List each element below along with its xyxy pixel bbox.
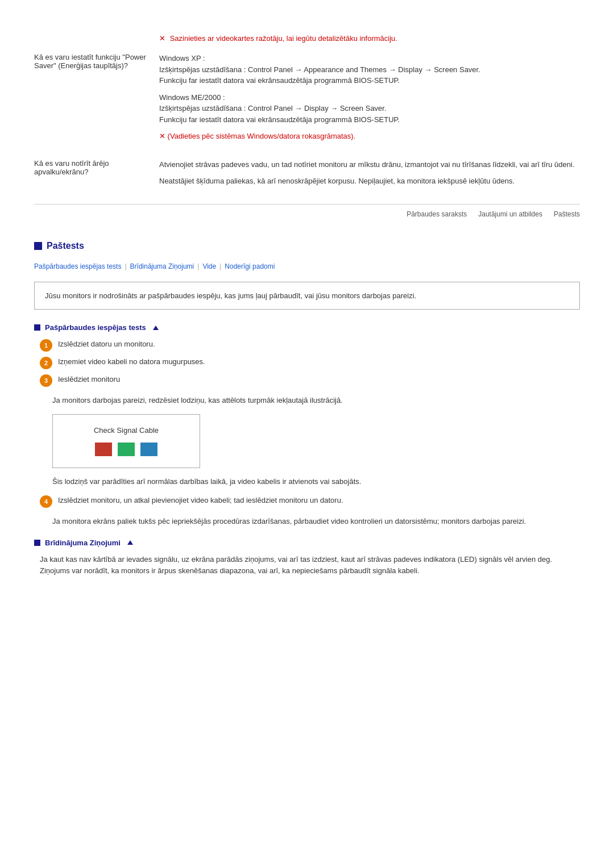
nav-item-2: Jautājumi un atbildes — [478, 210, 542, 218]
x-mark-icon: ✕ — [159, 34, 165, 43]
step-3: 3 Ieslēdziet monitoru — [40, 374, 580, 387]
step-num-2: 2 — [40, 357, 52, 369]
section-title-text: Paštests — [47, 241, 84, 251]
answer-1-block-2: Windows ME/2000 : Izšķirtspējas uzstādīš… — [159, 92, 580, 126]
subsection1-title-text: Pašpārbaudes iespējas tests — [45, 323, 146, 332]
tab-environment[interactable]: Vide — [202, 262, 216, 270]
signal-square-green — [118, 443, 135, 456]
step-list: 1 Izslēdziet datoru un monitoru. 2 Izņem… — [40, 339, 580, 387]
step-4-text: Izslēdziet monitoru, un atkal pievienoji… — [58, 495, 580, 506]
info-box-text: Jūsu monitors ir nodrošināts ar pašpārba… — [45, 291, 416, 300]
step-3-text: Ieslēdziet monitoru — [58, 374, 580, 385]
answer-2-block-1: Atvienojiet strāvas padeves vadu, un tad… — [159, 159, 580, 170]
subsection2-title-text: Brīdinājuma Ziņojumi — [45, 539, 121, 547]
qa-question-1: Kā es varu iestatīt funkciju "Power Save… — [34, 53, 159, 148]
tab-tips[interactable]: Noderīgi padomi — [225, 262, 275, 270]
qa-row-1: Kā es varu iestatīt funkciju "Power Save… — [34, 53, 580, 148]
answer-2-block-2: Neatstājiet šķīduma paliekas, kā arī nen… — [159, 176, 580, 187]
step-num-1: 1 — [40, 339, 52, 352]
top-note: ✕ Sazinieties ar videokartes ražotāju, l… — [34, 34, 580, 43]
tab-self-test[interactable]: Pašpārbaudes iespējas tests — [34, 262, 121, 270]
signal-square-blue — [140, 443, 157, 456]
info-box: Jūsu monitors ir nodrošināts ar pašpārba… — [34, 282, 580, 310]
subsection2-title: Brīdinājuma Ziņojumi — [34, 539, 580, 547]
divider-nav: Pārbaudes saraksts Jautājumi un atbildes… — [34, 204, 580, 218]
step-4-list: 4 Izslēdziet monitoru, un atkal pievieno… — [40, 495, 580, 508]
warning-text: Ja kaut kas nav kārtībā ar ievades signā… — [40, 554, 580, 578]
qa-question-2: Kā es varu notīrīt ārējo apvalku/ekrānu? — [34, 159, 159, 193]
answer-1-note: ✕ (Vadieties pēc sistēmas Windows/datora… — [159, 131, 580, 142]
step-3-sub: Ja monitors darbojas pareizi, redzēsiet … — [52, 395, 580, 406]
qa-answer-1: Windows XP : Izšķirtspējas uzstādīšana :… — [159, 53, 580, 148]
subsection1-collapse-icon[interactable] — [153, 326, 159, 330]
step-4-sub: Ja monitora ekrāns paliek tukšs pēc iepr… — [52, 516, 580, 527]
signal-box-title: Check Signal Cable — [64, 426, 188, 435]
subsection2-icon — [34, 540, 40, 546]
signal-square-red — [95, 443, 112, 456]
step-2: 2 Izņemiet video kabeli no datora mugurp… — [40, 356, 580, 369]
step-2-text: Izņemiet video kabeli no datora mugurpus… — [58, 356, 580, 368]
top-note-text: Sazinieties ar videokartes ražotāju, lai… — [170, 34, 397, 43]
nav-item-3: Paštests — [554, 210, 580, 218]
qa-row-2: Kā es varu notīrīt ārējo apvalku/ekrānu?… — [34, 159, 580, 193]
after-signal-note: Šis lodziņš var parādīties arī normālas … — [52, 476, 580, 487]
step-4: 4 Izslēdziet monitoru, un atkal pievieno… — [40, 495, 580, 508]
nav-item-1: Pārbaudes saraksts — [406, 210, 467, 218]
step-1: 1 Izslēdziet datoru un monitoru. — [40, 339, 580, 352]
pashtests-section-title: Paštests — [34, 241, 580, 251]
step-num-3: 3 — [40, 374, 52, 387]
step-1-text: Izslēdziet datoru un monitoru. — [58, 339, 580, 350]
tab-warning[interactable]: Brīdinājuma Ziņojumi — [130, 262, 194, 270]
subsection1-title: Pašpārbaudes iespējas tests — [34, 323, 580, 332]
answer-1-block-1: Windows XP : Izšķirtspējas uzstādīšana :… — [159, 53, 580, 86]
subsection2-collapse-icon[interactable] — [127, 540, 133, 545]
subsection1-icon — [34, 324, 40, 331]
section-icon — [34, 242, 42, 250]
qa-answer-2: Atvienojiet strāvas padeves vadu, un tad… — [159, 159, 580, 193]
step-num-4: 4 — [40, 495, 52, 508]
tab-navigation: Pašpārbaudes iespējas tests | Brīdinājum… — [34, 262, 580, 270]
signal-squares — [64, 443, 188, 456]
warning-section: Brīdinājuma Ziņojumi Ja kaut kas nav kār… — [34, 539, 580, 578]
signal-box: Check Signal Cable — [52, 414, 200, 468]
